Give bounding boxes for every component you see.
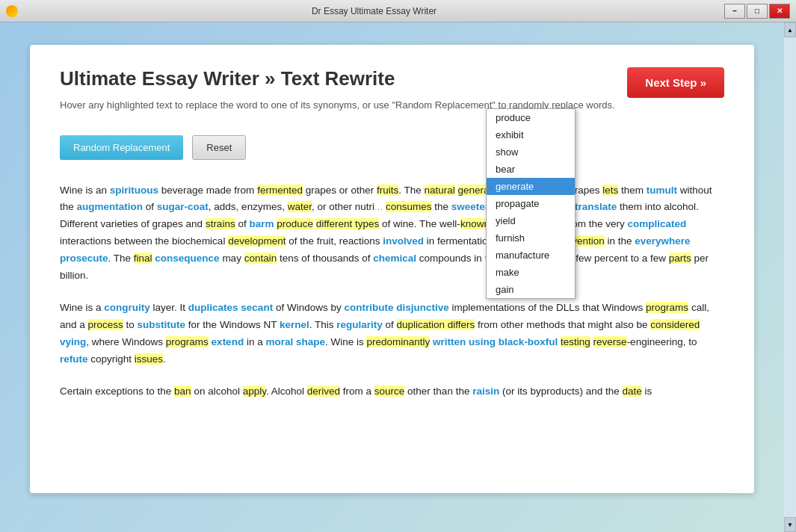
- word-development[interactable]: development: [228, 235, 286, 247]
- word-tumult[interactable]: tumult: [647, 185, 677, 196]
- minimize-button[interactable]: –: [724, 4, 745, 19]
- word-fruits[interactable]: fruits: [377, 185, 398, 196]
- word-sugarcoat[interactable]: sugar-coat: [157, 201, 209, 212]
- scroll-track[interactable]: [785, 37, 795, 517]
- content-area: Ultimate Essay Writer » Text Rewrite Hov…: [30, 45, 754, 493]
- window-controls: – □ ✕: [724, 4, 790, 19]
- dropdown-item-bear[interactable]: bear: [487, 161, 575, 178]
- word-derived[interactable]: derived: [307, 386, 340, 397]
- word-consumes[interactable]: consumes: [386, 201, 432, 212]
- word-raisin[interactable]: raisin: [472, 386, 499, 397]
- title-bar: Dr Essay Ultimate Essay Writer – □ ✕: [0, 0, 796, 22]
- word-congruity[interactable]: congruity: [104, 302, 150, 313]
- app-icon: [6, 5, 18, 17]
- word-apply[interactable]: apply: [243, 386, 266, 397]
- page-title: Ultimate Essay Writer » Text Rewrite: [60, 67, 724, 90]
- word-lets[interactable]: lets: [602, 185, 618, 196]
- scroll-down-button[interactable]: ▼: [784, 517, 796, 532]
- word-different-types[interactable]: different types: [316, 218, 380, 229]
- synonym-dropdown[interactable]: produceexhibitshowbeargeneratepropagatey…: [486, 108, 576, 299]
- main-window: Ultimate Essay Writer » Text Rewrite Hov…: [0, 22, 784, 532]
- close-button[interactable]: ✕: [769, 4, 790, 19]
- word-natural[interactable]: natural: [425, 185, 455, 196]
- dropdown-item-generate[interactable]: generate: [487, 178, 575, 195]
- word-contain[interactable]: contain: [244, 253, 277, 264]
- reset-button[interactable]: Reset: [192, 135, 246, 160]
- word-date[interactable]: date: [623, 386, 642, 397]
- word-moral-shape[interactable]: moral shape: [265, 336, 325, 347]
- dropdown-item-make[interactable]: make: [487, 264, 575, 281]
- word-contribute-disjunctive[interactable]: contribute disjunctive: [344, 302, 448, 313]
- essay-paragraph-1: Wine is an spirituous beverage made from…: [60, 182, 724, 285]
- dropdown-item-manufacture[interactable]: manufacture: [487, 247, 575, 264]
- word-substitute[interactable]: substitute: [138, 319, 186, 330]
- dropdown-item-gain[interactable]: gain: [487, 281, 575, 298]
- word-extend[interactable]: extend: [212, 336, 244, 347]
- essay-paragraph-2: Wine is a congruity layer. It duplicates…: [60, 300, 724, 368]
- word-kernel[interactable]: kernel: [280, 319, 309, 330]
- word-water[interactable]: water: [288, 201, 312, 212]
- random-replacement-button[interactable]: Random Replacement: [60, 135, 183, 160]
- action-buttons: Random Replacement Reset: [60, 135, 724, 160]
- word-barm[interactable]: barm: [249, 218, 274, 229]
- word-considered[interactable]: considered: [650, 319, 700, 330]
- dropdown-item-produce[interactable]: produce: [487, 109, 575, 126]
- word-parts[interactable]: parts: [669, 253, 691, 264]
- dropdown-item-show[interactable]: show: [487, 143, 575, 161]
- dropdown-item-furnish[interactable]: furnish: [487, 229, 575, 247]
- word-vying[interactable]: vying: [60, 336, 86, 347]
- maximize-button[interactable]: □: [747, 4, 768, 19]
- word-strains[interactable]: strains: [206, 218, 235, 229]
- word-consequence[interactable]: consequence: [155, 253, 219, 264]
- scrollbar: ▲ ▼: [784, 22, 796, 532]
- dropdown-item-propagate[interactable]: propagate: [487, 195, 575, 212]
- word-programs[interactable]: programs: [646, 302, 688, 313]
- word-produce[interactable]: produce: [277, 218, 313, 229]
- window-title: Dr Essay Ultimate Essay Writer: [24, 6, 724, 16]
- essay-content: Wine is an spirituous beverage made from…: [60, 182, 724, 400]
- word-complicated[interactable]: complicated: [627, 218, 686, 229]
- word-black-boxful[interactable]: black-boxful: [499, 336, 558, 347]
- word-regularity[interactable]: regularity: [336, 319, 383, 330]
- word-source[interactable]: source: [374, 386, 405, 397]
- word-spirituous[interactable]: spirituous: [110, 185, 158, 196]
- page-subtitle: Hover any highlighted text to replace th…: [60, 98, 724, 113]
- word-predominantly[interactable]: predominantly: [366, 336, 430, 347]
- word-reverse[interactable]: reverse: [593, 336, 627, 347]
- word-ban[interactable]: ban: [174, 386, 191, 397]
- next-step-button[interactable]: Next Step »: [627, 67, 724, 98]
- word-duplication-differs[interactable]: duplication differs: [397, 319, 475, 330]
- dropdown-item-yield[interactable]: yield: [487, 212, 575, 229]
- essay-paragraph-3: Certain exceptions to the ban on alcohol…: [60, 383, 724, 400]
- word-programs2[interactable]: programs: [166, 336, 209, 347]
- word-refute[interactable]: refute: [60, 353, 88, 365]
- scroll-up-button[interactable]: ▲: [784, 22, 796, 37]
- word-fermented[interactable]: fermented: [257, 185, 303, 196]
- word-duplicates-secant[interactable]: duplicates secant: [188, 302, 273, 313]
- word-involved[interactable]: involved: [383, 235, 424, 247]
- word-process[interactable]: process: [88, 319, 123, 330]
- word-issues[interactable]: issues: [135, 353, 163, 365]
- word-testing[interactable]: testing: [561, 336, 590, 347]
- word-final[interactable]: final: [134, 253, 152, 264]
- word-chemical[interactable]: chemical: [373, 253, 416, 264]
- word-written-using[interactable]: written using: [433, 336, 496, 347]
- word-translate[interactable]: translate: [575, 201, 617, 212]
- word-augmentation[interactable]: augmentation: [77, 201, 144, 212]
- dropdown-item-exhibit[interactable]: exhibit: [487, 126, 575, 143]
